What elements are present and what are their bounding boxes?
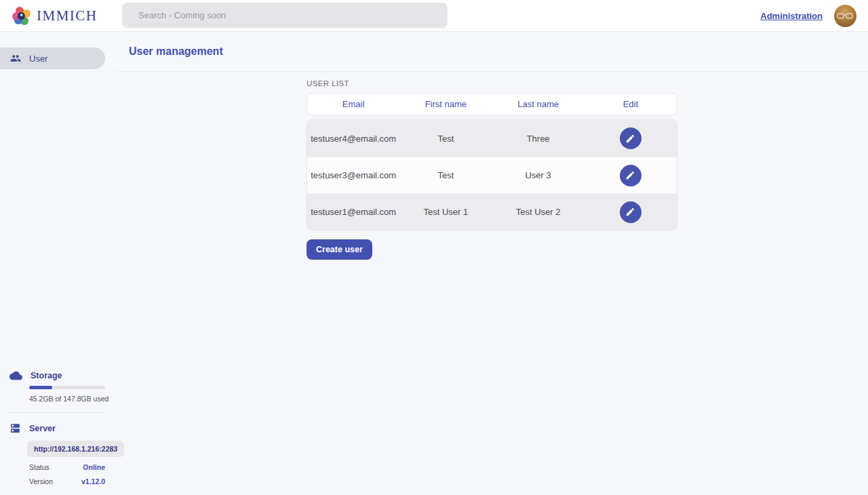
page-title-bar: User management xyxy=(116,32,868,72)
edit-user-button[interactable] xyxy=(620,201,642,223)
storage-section-header: Storage xyxy=(0,371,116,380)
immich-logo: ✦ IMMICH xyxy=(0,7,98,25)
user-last-name: Test User 2 xyxy=(492,207,585,217)
flower-center-star-icon: ✦ xyxy=(18,12,25,20)
table-row: testuser1@email.com Test User 1 Test Use… xyxy=(307,193,677,230)
edit-user-button[interactable] xyxy=(620,165,642,186)
search-input[interactable] xyxy=(122,3,448,28)
server-section-header: Server xyxy=(0,422,116,434)
sidebar: User Storage 45.2GB of 147.8GB used Serv… xyxy=(0,32,116,495)
user-email: testuser4@email.com xyxy=(307,134,399,144)
top-bar: ✦ IMMICH Administration xyxy=(0,0,868,32)
pencil-icon xyxy=(625,207,635,217)
storage-title: Storage xyxy=(31,371,62,380)
edit-user-button[interactable] xyxy=(620,127,642,149)
user-last-name: Three xyxy=(492,134,585,144)
user-table-header: Email First name Last name Edit xyxy=(307,93,677,115)
user-list-panel: USER LIST Email First name Last name Edi… xyxy=(307,72,678,260)
topbar-right: Administration xyxy=(760,5,868,27)
storage-progress-fill xyxy=(29,386,52,389)
section-title: USER LIST xyxy=(307,79,678,87)
column-header-email: Email xyxy=(307,99,399,109)
users-icon xyxy=(10,53,21,64)
server-title: Server xyxy=(29,424,56,433)
administration-link[interactable]: Administration xyxy=(760,11,823,21)
column-header-first-name: First name xyxy=(399,99,492,109)
pencil-icon xyxy=(625,134,635,144)
table-row: testuser3@email.com Test User 3 xyxy=(307,157,677,193)
sidebar-bottom: Storage 45.2GB of 147.8GB used Server ht… xyxy=(0,371,116,495)
sidebar-item-label: User xyxy=(29,54,47,64)
user-email: testuser3@email.com xyxy=(307,170,399,180)
sidebar-divider xyxy=(7,412,106,413)
user-first-name: Test xyxy=(399,134,492,144)
user-avatar[interactable] xyxy=(834,5,856,27)
status-value: Online xyxy=(83,463,105,471)
user-first-name: Test xyxy=(399,170,492,180)
user-first-name: Test User 1 xyxy=(399,207,492,217)
table-row: testuser4@email.com Test Three xyxy=(307,120,677,157)
immich-flower-icon: ✦ xyxy=(12,7,31,25)
column-header-last-name: Last name xyxy=(492,99,585,109)
storage-usage-text: 45.2GB of 147.8GB used xyxy=(29,395,116,403)
user-email: testuser1@email.com xyxy=(307,207,399,217)
server-status-row: Status Online xyxy=(29,463,105,471)
server-icon xyxy=(9,422,21,434)
server-url-chip: http://192.168.1.216:2283 xyxy=(27,441,124,457)
user-last-name: User 3 xyxy=(492,170,585,180)
column-header-edit: Edit xyxy=(585,99,677,109)
page-title: User management xyxy=(129,45,223,58)
glasses-icon xyxy=(837,12,854,20)
status-label: Status xyxy=(29,463,50,471)
user-table-body: testuser4@email.com Test Three testuser3… xyxy=(307,119,677,231)
cloud-icon xyxy=(9,371,22,380)
version-label: Version xyxy=(29,477,53,486)
storage-progress-bar xyxy=(29,386,105,389)
sidebar-item-user[interactable]: User xyxy=(0,47,105,69)
version-value: v1.12.0 xyxy=(81,477,105,486)
server-version-row: Version v1.12.0 xyxy=(29,477,105,486)
logo-text: IMMICH xyxy=(37,7,98,24)
pencil-icon xyxy=(625,170,635,180)
create-user-button[interactable]: Create user xyxy=(307,239,372,260)
